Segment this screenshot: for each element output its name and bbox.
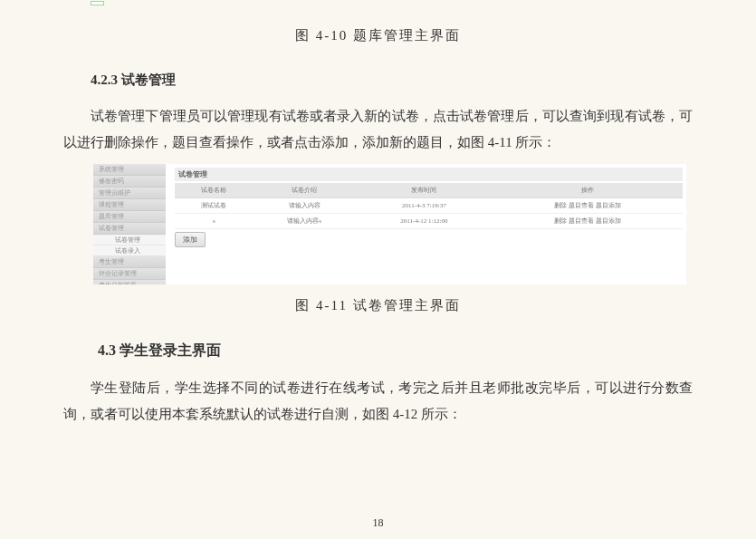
figure-caption-4-11: 图 4-11 试卷管理主界面 xyxy=(63,297,693,314)
table-row: 测试试卷 请输入内容 2011-4-3 7:19:37 删除 题目查看 题目添加 xyxy=(175,198,683,214)
screenshot-figure-4-11: 系统管理 修改密码 管理员维护 课程管理 题库管理 试卷管理 试卷管理 试卷录入… xyxy=(93,164,686,284)
section-heading-4-3: 4.3 学生登录主界面 xyxy=(63,342,693,361)
paragraph-4-3: 学生登陆后，学生选择不同的试卷进行在线考试，考完之后并且老师批改完毕后，可以进行… xyxy=(63,375,693,427)
col-time: 发布时间 xyxy=(356,183,493,198)
sidebar-item: 系统管理 xyxy=(93,164,166,176)
page-number: 18 xyxy=(373,516,384,530)
sidebar-subitem-exam-mgmt: 试卷管理 xyxy=(93,235,166,245)
col-name: 试卷名称 xyxy=(175,183,254,198)
cell-time: 2011-4-12 1:12:00 xyxy=(356,214,493,229)
cell-name: s xyxy=(175,214,254,229)
col-actions: 操作 xyxy=(493,183,683,198)
sidebar-item: 课程管理 xyxy=(93,199,166,211)
cell-name: 测试试卷 xyxy=(175,198,254,214)
paragraph-4-2-3: 试卷管理下管理员可以管理现有试卷或者录入新的试卷，点击试卷管理后，可以查询到现有… xyxy=(63,103,693,155)
thumbnail-fragment xyxy=(91,1,104,5)
sidebar-item: 考生管理 xyxy=(93,256,166,268)
sidebar-subitem-exam-entry: 试卷录入 xyxy=(93,245,166,256)
main-panel: 试卷管理 试卷名称 试卷介绍 发布时间 操作 测试试卷 请输入内容 2011-4… xyxy=(175,168,683,247)
sidebar-item: 试卷管理 xyxy=(93,223,166,235)
section-heading-4-2-3: 4.2.3 试卷管理 xyxy=(63,72,693,89)
table-row: s 请输入内容s 2011-4-12 1:12:00 删除 题目查看 题目添加 xyxy=(175,214,683,229)
panel-title: 试卷管理 xyxy=(175,168,683,181)
cell-time: 2011-4-3 7:19:37 xyxy=(356,198,493,214)
add-button: 添加 xyxy=(175,232,206,247)
cell-intro: 请输入内容s xyxy=(254,214,356,229)
sidebar-item: 评分记录管理 xyxy=(93,268,166,280)
exam-table: 试卷名称 试卷介绍 发布时间 操作 测试试卷 请输入内容 2011-4-3 7:… xyxy=(175,183,683,229)
cell-actions: 删除 题目查看 题目添加 xyxy=(493,214,683,229)
sidebar-item: 考生分析答案 xyxy=(93,280,166,284)
cell-actions: 删除 题目查看 题目添加 xyxy=(493,198,683,214)
col-intro: 试卷介绍 xyxy=(254,183,356,198)
sidebar: 系统管理 修改密码 管理员维护 课程管理 题库管理 试卷管理 试卷管理 试卷录入… xyxy=(93,164,166,284)
figure-caption-4-10: 图 4-10 题库管理主界面 xyxy=(63,27,693,44)
cell-intro: 请输入内容 xyxy=(254,198,356,214)
sidebar-item: 题库管理 xyxy=(93,211,166,223)
sidebar-item: 修改密码 xyxy=(93,176,166,188)
sidebar-item: 管理员维护 xyxy=(93,188,166,199)
